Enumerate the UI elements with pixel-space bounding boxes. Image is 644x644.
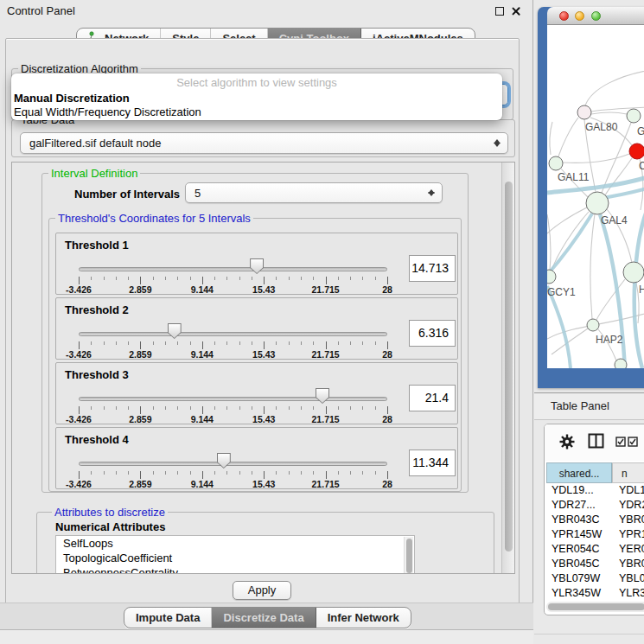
threshold-panel: Threshold 4-3.4262.8599.14415.4321.71528… — [55, 427, 458, 489]
table-row[interactable]: YDR27...YDR2 — [546, 498, 644, 513]
network-node[interactable] — [577, 105, 591, 119]
table-cell-name[interactable]: YDL1 — [612, 483, 644, 498]
threshold-value-field[interactable]: 11.344 — [409, 450, 456, 476]
table-cell-shared[interactable]: YDL19... — [546, 483, 612, 498]
table-cell-name[interactable]: YER0 — [612, 542, 644, 557]
table-panel-footer — [534, 615, 644, 644]
minimize-traffic-icon[interactable] — [575, 11, 584, 21]
network-window-titlebar[interactable] — [547, 7, 644, 25]
numerical-attributes-list[interactable]: SelfLoopsTopologicalCoefficientBetweenne… — [55, 535, 415, 574]
network-edge[interactable] — [563, 154, 629, 163]
network-node[interactable] — [623, 262, 644, 283]
tick-mark — [128, 277, 129, 280]
table-cell-name[interactable]: YPR1 — [612, 527, 644, 542]
apply-button[interactable]: Apply — [233, 581, 291, 600]
scrollbar-thumb[interactable] — [406, 539, 412, 573]
table-cell-name[interactable]: YBR0 — [612, 513, 644, 527]
slider-thumb[interactable] — [316, 388, 329, 404]
slider-thumb[interactable] — [250, 258, 264, 274]
table-row[interactable]: YLR345WYLR3 — [546, 586, 644, 601]
float-window-icon[interactable] — [495, 7, 504, 16]
tab-infer-network[interactable]: Infer Network — [316, 608, 411, 628]
column-header-name[interactable]: n — [612, 462, 644, 483]
network-node-label: GCY1 — [547, 286, 576, 298]
table-row[interactable]: YDL19...YDL1 — [546, 483, 644, 498]
close-icon[interactable] — [511, 6, 521, 16]
table-data-combobox[interactable]: galFiltered.sif default node — [20, 132, 508, 154]
dropdown-option-manual[interactable]: Manual Discretization — [14, 92, 130, 105]
table-horizontal-scrollbar[interactable] — [546, 602, 644, 612]
tick-mark — [375, 406, 376, 410]
network-edge[interactable] — [547, 214, 551, 270]
table-cell-shared[interactable]: YPR145W — [546, 527, 612, 542]
network-node[interactable] — [627, 109, 641, 123]
network-node[interactable] — [587, 319, 599, 331]
split-columns-icon[interactable] — [588, 433, 604, 451]
slider-thumb[interactable] — [217, 453, 231, 469]
slider-track[interactable] — [79, 397, 387, 401]
table-row[interactable]: YER054CYER0 — [546, 542, 644, 557]
table-cell-shared[interactable]: YDR27... — [546, 498, 612, 513]
network-node[interactable] — [586, 192, 609, 214]
slider-track[interactable] — [79, 332, 387, 336]
table-cell-shared[interactable]: YBR045C — [546, 557, 612, 571]
slider-track[interactable] — [79, 267, 387, 271]
tab-impute-data[interactable]: Impute Data — [124, 608, 212, 628]
select-columns-checkbox-icon[interactable] — [615, 437, 638, 450]
gear-icon[interactable] — [558, 433, 576, 453]
table-row[interactable]: YBR043CYBR0 — [546, 513, 644, 527]
table-row[interactable]: YBR045CYBR0 — [546, 557, 644, 571]
tick-mark — [387, 471, 388, 479]
table-row[interactable]: YBL079WYBL0 — [546, 571, 644, 586]
network-edge[interactable] — [590, 214, 595, 319]
tick-mark — [153, 277, 154, 280]
tab-discretize-data[interactable]: Discretize Data — [212, 608, 316, 628]
zoom-traffic-icon[interactable] — [591, 11, 601, 21]
network-edge[interactable] — [550, 122, 552, 155]
tick-mark — [116, 341, 117, 345]
network-node[interactable] — [629, 143, 644, 159]
list-item[interactable]: SelfLoops — [56, 536, 414, 551]
table-header-row: shared... n — [546, 462, 644, 483]
column-header-shared[interactable]: shared... — [546, 462, 612, 483]
slider-track[interactable] — [79, 462, 387, 466]
table-cell-shared[interactable]: YLR345W — [546, 586, 612, 601]
threshold-value-field[interactable]: 21.4 — [409, 385, 456, 411]
network-node[interactable] — [549, 156, 563, 170]
tick-label: 28 — [363, 284, 411, 295]
network-edge[interactable] — [558, 118, 578, 156]
list-item[interactable]: BetweennessCentrality — [56, 565, 414, 574]
table-cell-name[interactable]: YBR0 — [612, 557, 644, 571]
network-edge[interactable] — [605, 158, 632, 195]
dropdown-option-equal-width[interactable]: Equal Width/Frequency Discretization — [14, 105, 201, 118]
network-canvas[interactable]: GAL80GACGAL11GAL4GCY1HHAP2 — [547, 25, 644, 368]
scrollbar-thumb[interactable] — [548, 603, 644, 610]
tick-mark — [202, 341, 203, 349]
network-edge-highlighted[interactable] — [547, 214, 592, 275]
number-of-intervals-combobox[interactable]: 5 — [185, 182, 443, 203]
table-cell-shared[interactable]: YER054C — [546, 542, 612, 557]
slider-thumb[interactable] — [168, 323, 182, 339]
network-node[interactable] — [547, 270, 556, 284]
threshold-value-field[interactable]: 6.316 — [409, 320, 456, 347]
table-cell-name[interactable]: YBL0 — [612, 571, 644, 586]
network-edge-highlighted[interactable] — [547, 286, 571, 368]
tick-label: 15.43 — [239, 284, 288, 295]
network-node[interactable] — [615, 359, 627, 368]
network-edge[interactable] — [585, 70, 644, 105]
attributes-scrollbar[interactable] — [404, 537, 413, 574]
settings-vertical-scrollbar[interactable] — [501, 163, 514, 573]
tick-mark — [140, 277, 141, 284]
network-edge[interactable] — [591, 112, 627, 114]
close-traffic-icon[interactable] — [559, 11, 569, 21]
table-cell-name[interactable]: YDR2 — [612, 498, 644, 513]
scrollbar-thumb[interactable] — [505, 182, 513, 552]
table-cell-shared[interactable]: YBL079W — [546, 571, 612, 586]
table-row[interactable]: YPR145WYPR1 — [546, 527, 644, 542]
threshold-value-field[interactable]: 14.713 — [409, 255, 456, 282]
list-item[interactable]: TopologicalCoefficient — [56, 551, 414, 565]
table-cell-name[interactable]: YLR3 — [612, 586, 644, 601]
table-cell-shared[interactable]: YBR043C — [546, 513, 612, 527]
tick-mark — [202, 277, 203, 284]
tick-mark — [326, 471, 327, 479]
